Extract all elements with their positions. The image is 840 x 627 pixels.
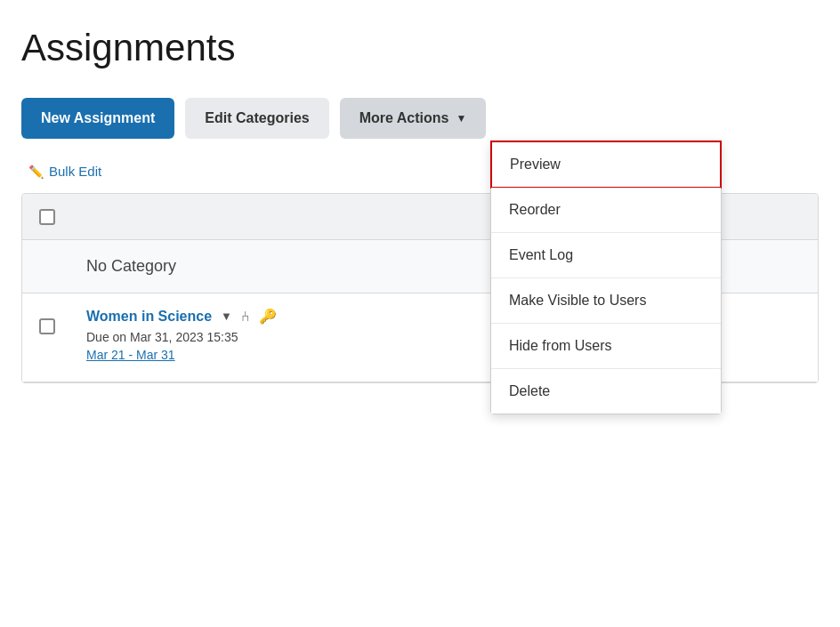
usb-icon: ⑃ bbox=[241, 309, 250, 325]
dropdown-item-hide[interactable]: Hide from Users bbox=[491, 324, 721, 369]
edit-icon: ✏️ bbox=[28, 165, 44, 179]
more-actions-dropdown: Preview Reorder Event Log Make Visible t… bbox=[490, 141, 722, 414]
toolbar: New Assignment Edit Categories More Acti… bbox=[21, 98, 819, 139]
page-title: Assignments bbox=[21, 27, 819, 69]
more-actions-button[interactable]: More Actions ▼ bbox=[340, 98, 487, 139]
dropdown-item-preview[interactable]: Preview bbox=[490, 141, 722, 189]
assignment-checkbox-cell bbox=[22, 308, 72, 345]
key-icon: 🔑 bbox=[259, 308, 277, 325]
edit-categories-button[interactable]: Edit Categories bbox=[185, 98, 328, 139]
chevron-down-icon: ▼ bbox=[456, 112, 466, 125]
category-name: No Category bbox=[86, 257, 176, 276]
page-container: Assignments New Assignment Edit Categori… bbox=[0, 0, 840, 627]
header-checkbox-cell bbox=[22, 198, 72, 236]
assignment-title[interactable]: Women in Science bbox=[86, 309, 212, 325]
bulk-edit-link[interactable]: ✏️ Bulk Edit bbox=[28, 164, 101, 179]
dropdown-item-event-log[interactable]: Event Log bbox=[491, 233, 721, 278]
more-actions-label: More Actions bbox=[359, 110, 449, 126]
dropdown-item-delete[interactable]: Delete bbox=[491, 369, 721, 414]
bulk-edit-label: Bulk Edit bbox=[49, 164, 101, 179]
dropdown-item-make-visible[interactable]: Make Visible to Users bbox=[491, 278, 721, 324]
assignment-expand-icon[interactable]: ▼ bbox=[221, 309, 232, 323]
dropdown-item-reorder[interactable]: Reorder bbox=[491, 188, 721, 233]
select-all-checkbox[interactable] bbox=[39, 209, 55, 225]
new-assignment-button[interactable]: New Assignment bbox=[21, 98, 174, 139]
assignment-checkbox[interactable] bbox=[39, 318, 55, 334]
category-checkbox-cell bbox=[22, 256, 72, 277]
